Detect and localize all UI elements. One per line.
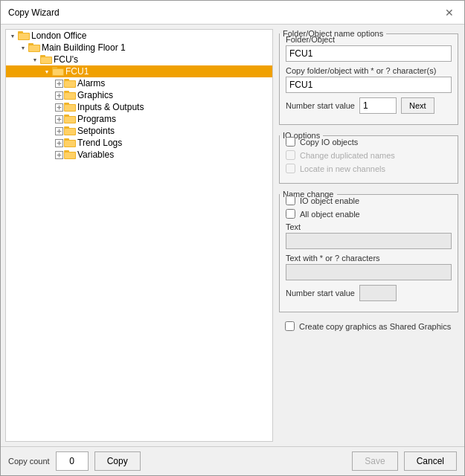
svg-rect-22 <box>64 91 69 93</box>
svg-rect-5 <box>29 45 39 51</box>
svg-rect-16 <box>64 79 69 81</box>
close-button[interactable]: ✕ <box>442 5 457 20</box>
folder-icon-alarms <box>64 78 76 89</box>
tree-toggle-trendlogs[interactable] <box>54 138 64 148</box>
svg-rect-28 <box>64 103 69 105</box>
copy-folder-input[interactable] <box>286 77 452 93</box>
svg-rect-1 <box>18 31 23 33</box>
copy-wizard-dialog: Copy Wizard ✕ ▼ London Office▼ Main Buil… <box>0 0 465 476</box>
tree-toggle-alarms[interactable] <box>54 78 64 89</box>
shared-graphics-label: Create copy graphics as Shared Graphics <box>299 322 451 331</box>
tree-item-alarms[interactable]: Alarms <box>6 77 272 89</box>
dialog-title: Copy Wizard <box>8 7 60 18</box>
tree-item-trendlogs[interactable]: Trend Logs <box>6 137 272 149</box>
folder-icon-mainbuilding <box>28 42 40 53</box>
copy-io-label: Copy IO objects <box>300 138 358 147</box>
tree-toggle-inputs[interactable] <box>54 102 64 112</box>
tree-toggle-setpoints[interactable] <box>54 126 64 136</box>
tree-item-fcu1[interactable]: ▼ FCU1 <box>6 65 272 77</box>
io-enable-row: IO object enable <box>286 196 452 205</box>
locate-new-row: Locate in new channels <box>286 164 452 173</box>
tree-item-setpoints[interactable]: Setpoints <box>6 125 272 137</box>
svg-rect-2 <box>19 33 29 39</box>
text-input[interactable] <box>286 233 452 249</box>
tree-item-inputs[interactable]: Inputs & Outputs <box>6 101 272 113</box>
tree-toggle-london[interactable]: ▼ <box>7 30 18 41</box>
tree-label-setpoints: Setpoints <box>77 126 115 136</box>
tree-toggle-mainbuilding[interactable]: ▼ <box>18 42 28 53</box>
shared-graphics-checkbox[interactable] <box>285 321 295 331</box>
copy-folder-label: Copy folder/object with * or ? character… <box>286 66 452 75</box>
svg-rect-8 <box>41 57 51 63</box>
number-start-input[interactable] <box>359 97 397 114</box>
all-enable-checkbox[interactable] <box>286 209 295 219</box>
copy-button[interactable]: Copy <box>94 451 141 471</box>
change-duplicated-row: Change duplicated names <box>286 150 452 160</box>
text-with-label: Text with * or ? characters <box>286 254 452 263</box>
tree-toggle-variables[interactable] <box>54 149 64 160</box>
svg-rect-35 <box>65 117 75 123</box>
svg-rect-40 <box>64 126 69 129</box>
folder-icon-fcu1 <box>52 66 64 77</box>
tree-toggle-graphics[interactable] <box>54 90 64 100</box>
svg-rect-47 <box>65 141 75 147</box>
svg-rect-34 <box>64 115 69 117</box>
name-change-number-label: Number start value <box>286 289 355 298</box>
folder-icon-trendlogs <box>64 138 76 148</box>
name-change-number-row: Number start value <box>286 285 452 301</box>
locate-new-checkbox[interactable] <box>286 164 295 173</box>
save-button[interactable]: Save <box>352 451 397 471</box>
folder-object-content: Folder/Object Copy folder/object with * … <box>280 35 458 124</box>
io-enable-checkbox[interactable] <box>286 196 295 205</box>
io-options-content: Copy IO objects Change duplicated names … <box>280 137 458 183</box>
svg-rect-29 <box>65 105 75 111</box>
number-start-row: Number start value Next <box>286 97 452 114</box>
io-enable-label: IO object enable <box>300 196 359 205</box>
all-enable-label: All object enable <box>300 210 360 219</box>
tree-label-inputs: Inputs & Outputs <box>77 102 144 112</box>
tree-label-fcu1: FCU1 <box>65 66 89 77</box>
tree-item-variables[interactable]: Variables <box>6 149 272 161</box>
next-button[interactable]: Next <box>401 97 434 114</box>
svg-rect-52 <box>64 150 69 152</box>
svg-rect-46 <box>64 138 69 141</box>
svg-rect-17 <box>65 81 75 87</box>
locate-new-label: Locate in new channels <box>300 164 385 173</box>
tree-item-graphics[interactable]: Graphics <box>6 89 272 101</box>
tree-toggle-fcus[interactable]: ▼ <box>30 54 40 65</box>
copy-count-label: Copy count <box>8 457 50 466</box>
number-start-label: Number start value <box>286 101 355 110</box>
tree-label-programs: Programs <box>77 114 116 124</box>
svg-rect-7 <box>40 55 45 57</box>
name-change-content: IO object enable All object enable Text … <box>280 196 458 312</box>
copy-io-checkbox[interactable] <box>286 137 295 147</box>
tree-item-programs[interactable]: Programs <box>6 113 272 125</box>
folder-object-input[interactable] <box>286 45 452 62</box>
folder-icon-graphics <box>64 90 76 100</box>
copy-count-input[interactable] <box>56 451 89 471</box>
folder-object-section: Folder/Object name options Folder/Object… <box>279 29 458 125</box>
name-change-number-input[interactable] <box>359 285 397 301</box>
tree-label-graphics: Graphics <box>77 90 113 100</box>
text-with-input[interactable] <box>286 264 452 280</box>
tree-item-fcus[interactable]: ▼ FCU's <box>6 54 272 65</box>
folder-icon-programs <box>64 114 76 124</box>
tree-toggle-fcu1[interactable]: ▼ <box>42 66 52 77</box>
name-change-section: Name change IO object enable All object … <box>279 190 458 312</box>
cancel-button[interactable]: Cancel <box>404 451 457 471</box>
tree-label-trendlogs: Trend Logs <box>77 138 122 148</box>
tree-item-mainbuilding[interactable]: ▼ Main Building Floor 1 <box>6 42 272 54</box>
svg-rect-53 <box>65 152 75 158</box>
tree-item-london[interactable]: ▼ London Office <box>6 30 272 42</box>
tree-toggle-programs[interactable] <box>54 114 64 124</box>
copy-io-row: Copy IO objects <box>286 137 452 147</box>
folder-icon-london <box>18 30 30 41</box>
svg-rect-11 <box>53 69 63 75</box>
io-options-section: IO options Copy IO objects Change duplic… <box>279 131 458 184</box>
folder-icon-fcus <box>40 54 52 65</box>
text-label: Text <box>286 222 452 231</box>
tree-label-fcus: FCU's <box>54 54 78 65</box>
all-enable-row: All object enable <box>286 209 452 219</box>
change-duplicated-checkbox[interactable] <box>286 150 295 160</box>
svg-rect-10 <box>52 67 57 69</box>
